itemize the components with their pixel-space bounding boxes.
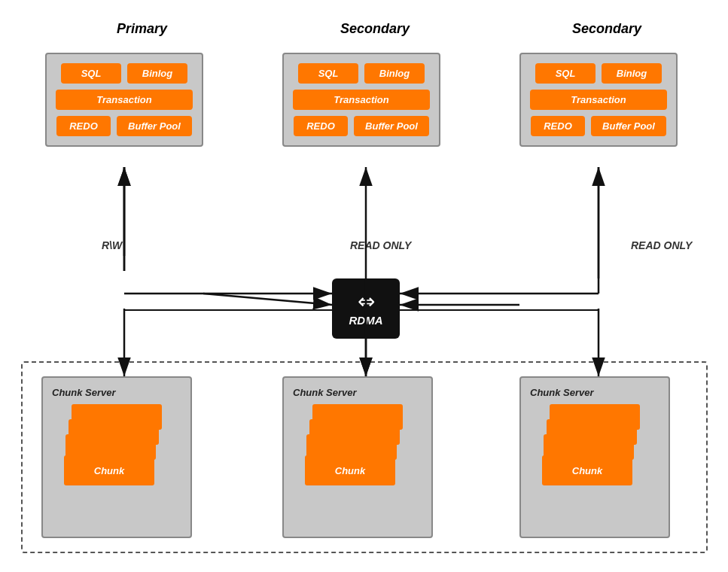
primary-sql: SQL [61, 63, 121, 84]
secondary2-binlog: Binlog [602, 63, 662, 84]
secondary2-row1: SQL Binlog [530, 63, 667, 84]
primary-transaction: Transaction [56, 90, 193, 110]
chunk-server1-label: Chunk Server [52, 387, 181, 398]
secondary1-sql: SQL [298, 63, 358, 84]
chunk1-label: Chunk [64, 455, 154, 485]
secondary1-label: Secondary [340, 21, 410, 37]
primary-row3: REDO Buffer Pool [56, 116, 193, 136]
primary-bufferpool: Buffer Pool [117, 116, 192, 136]
readonly1-label: READ ONLY [350, 239, 411, 251]
rdma-arrows-icon: ⇔ [358, 291, 375, 312]
diagram-container: Primary Secondary Secondary SQL Binlog T… [0, 0, 728, 572]
chunk-server1: Chunk Server Chunk [41, 376, 192, 538]
secondary2-row3: REDO Buffer Pool [530, 116, 667, 136]
primary-binlog: Binlog [127, 63, 187, 84]
rw-label: R\W [102, 239, 122, 251]
chunk-server3: Chunk Server Chunk [519, 376, 670, 538]
primary-row1: SQL Binlog [56, 63, 193, 84]
chunk-server3-label: Chunk Server [530, 387, 659, 398]
chunk2-label: Chunk [305, 455, 395, 485]
secondary1-binlog: Binlog [364, 63, 425, 84]
primary-redo: REDO [56, 116, 111, 136]
secondary2-redo: REDO [531, 116, 585, 136]
secondary2-sql: SQL [535, 63, 595, 84]
chunk-server2-label: Chunk Server [293, 387, 422, 398]
secondary1-redo: REDO [294, 116, 348, 136]
secondary1-transaction: Transaction [293, 90, 430, 110]
secondary2-transaction: Transaction [530, 90, 667, 110]
readonly2-label: READ ONLY [631, 239, 692, 251]
primary-row2: Transaction [56, 90, 193, 110]
secondary1-row1: SQL Binlog [293, 63, 430, 84]
rdma-box: ⇔ RDMA [332, 278, 400, 339]
primary-label: Primary [117, 21, 167, 37]
primary-server-box: SQL Binlog Transaction REDO Buffer Pool [45, 53, 203, 147]
secondary2-row2: Transaction [530, 90, 667, 110]
svg-line-4 [203, 294, 332, 305]
secondary2-bufferpool: Buffer Pool [591, 116, 666, 136]
secondary1-row2: Transaction [293, 90, 430, 110]
chunk-server2: Chunk Server Chunk [282, 376, 433, 538]
secondary1-server-box: SQL Binlog Transaction REDO Buffer Pool [282, 53, 440, 147]
chunk3-label: Chunk [542, 455, 632, 485]
secondary1-row3: REDO Buffer Pool [293, 116, 430, 136]
secondary1-bufferpool: Buffer Pool [354, 116, 429, 136]
secondary2-label: Secondary [572, 21, 641, 37]
rdma-label: RDMA [349, 314, 383, 327]
secondary2-server-box: SQL Binlog Transaction REDO Buffer Pool [519, 53, 678, 147]
